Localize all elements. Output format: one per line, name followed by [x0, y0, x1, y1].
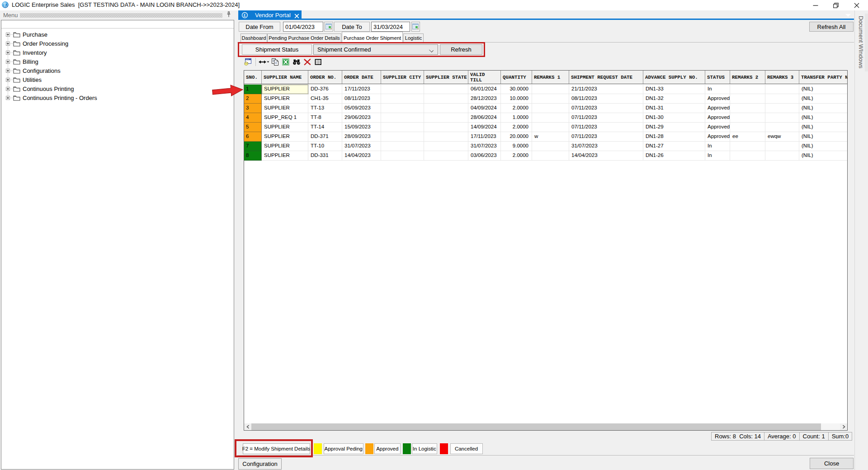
grid-cell[interactable]: (NIL) [799, 123, 848, 132]
configuration-tab[interactable]: Configuration [238, 458, 282, 470]
grid-cell[interactable]: DD-371 [308, 132, 342, 142]
date-to-calendar-button[interactable] [411, 22, 420, 32]
grid-cell[interactable]: 06/01/2024 [468, 85, 501, 94]
grid-cell[interactable] [424, 132, 468, 142]
grid-cell[interactable]: DN1-29 [643, 123, 705, 132]
grid-cell[interactable] [381, 151, 424, 161]
grid-cell[interactable] [730, 104, 765, 113]
tree-expand-icon[interactable] [6, 69, 10, 73]
grid-cell-sno[interactable]: 2 [244, 94, 262, 104]
grid-cell[interactable] [765, 142, 799, 151]
grid-cell[interactable]: 17/11/2023 [342, 85, 381, 94]
close-button[interactable]: Close [810, 458, 854, 469]
grid-cell[interactable]: 15/09/2023 [342, 123, 381, 132]
grid-cell[interactable] [424, 142, 468, 151]
grid-row[interactable]: 7SUPPLIERTT-1031/07/202331/07/20239.0000… [244, 142, 848, 151]
grid-cell-sno[interactable]: 5 [244, 123, 262, 132]
grid-column-header[interactable]: ADVANCE SUPPLY NO. [643, 71, 705, 84]
grid-column-header[interactable]: SUPPLIER NAME [262, 71, 308, 84]
grid-cell[interactable]: DN1-26 [643, 151, 705, 161]
grid-cell[interactable]: 17/11/2023 [468, 132, 501, 142]
tab-logistic[interactable]: Logistic [403, 33, 424, 43]
grid-cell[interactable]: SUPPLIER [262, 104, 308, 113]
tree-item-utilities[interactable]: Utilities [1, 76, 234, 85]
grid-cell[interactable] [765, 151, 799, 161]
grid-cell[interactable]: 2.0000 [501, 123, 532, 132]
grid-cell[interactable]: 2.0000 [501, 104, 532, 113]
grid-cell[interactable] [532, 142, 569, 151]
copy-icon[interactable] [271, 58, 279, 66]
grid-cell[interactable]: 9.0000 [501, 142, 532, 151]
grid-cell[interactable]: 08/11/2023 [342, 94, 381, 104]
grid-cell[interactable]: (NIL) [799, 85, 848, 94]
grid-cell[interactable]: DN1-31 [643, 104, 705, 113]
grid-row[interactable]: 2SUPPLIERCH1-3508/11/202328/12/202310.00… [244, 94, 848, 104]
grid-cell[interactable]: DD-376 [308, 85, 342, 94]
grid-cell[interactable]: 28/06/2024 [468, 113, 501, 123]
grid-cell[interactable]: 14/04/2023 [342, 151, 381, 161]
document-windows-label[interactable]: Document WIndows [858, 16, 864, 68]
grid-cell[interactable]: Approved [705, 104, 730, 113]
tree-item-order-processing[interactable]: Order Processing [1, 39, 234, 48]
grid-cell[interactable]: 31/07/2023 [342, 142, 381, 151]
grid-cell[interactable]: Approved [705, 123, 730, 132]
scroll-right-icon[interactable] [840, 423, 847, 430]
grid-cell[interactable]: SUPPLIER [262, 142, 308, 151]
vendor-portal-tab-close-icon[interactable] [294, 12, 300, 18]
grid-cell[interactable]: (NIL) [799, 104, 848, 113]
grid-cell[interactable]: ewqw [765, 132, 799, 142]
grid-cell-sno[interactable]: 8 [244, 151, 262, 161]
grid-cell[interactable] [381, 123, 424, 132]
grid-cell[interactable]: 31/07/2023 [569, 142, 643, 151]
grid-cell[interactable]: CH1-35 [308, 94, 342, 104]
grid-cell[interactable]: 28/12/2023 [468, 94, 501, 104]
grid-cell[interactable] [381, 132, 424, 142]
grid-cell[interactable] [424, 151, 468, 161]
grid-cell[interactable] [532, 113, 569, 123]
grid-cell[interactable]: 03/06/2023 [468, 151, 501, 161]
fit-width-icon[interactable] [258, 58, 269, 66]
grid-cell[interactable] [532, 123, 569, 132]
grid-cell[interactable]: 2.0000 [501, 151, 532, 161]
date-from-input[interactable]: 01/04/2023 [283, 22, 323, 32]
grid-cell[interactable] [765, 113, 799, 123]
grid-cell[interactable] [381, 104, 424, 113]
grid-cell[interactable]: Approved [705, 94, 730, 104]
tree-expand-icon[interactable] [6, 78, 10, 82]
grid-cell[interactable]: SUPPLIER [262, 85, 308, 94]
grid-column-header[interactable]: REMARKS 1 [532, 71, 569, 84]
grid-cell[interactable]: DN1-27 [643, 142, 705, 151]
grid-cell[interactable]: In [705, 85, 730, 94]
grid-cell[interactable]: 10.0000 [501, 94, 532, 104]
pin-icon[interactable] [226, 11, 231, 19]
grid-column-header[interactable]: VALID TILL [468, 71, 501, 84]
tree-expand-icon[interactable] [6, 96, 10, 100]
grid-cell[interactable]: 07/11/2023 [569, 104, 643, 113]
menu-filter-box[interactable] [1, 20, 234, 28]
grid-cell[interactable]: (NIL) [799, 151, 848, 161]
delete-icon[interactable] [303, 58, 311, 66]
grid-row[interactable]: 4SUPP_REQ 1TT-829/06/202328/06/20241.000… [244, 113, 848, 123]
grid-cell-sno[interactable]: 4 [244, 113, 262, 123]
grid-cell[interactable] [765, 123, 799, 132]
grid-row[interactable]: 6SUPPLIERDD-37128/09/202317/11/202320.00… [244, 132, 848, 142]
scrollbar-thumb[interactable] [251, 423, 821, 430]
grid-row[interactable]: 3SUPPLIERTT-1305/09/202304/09/20242.0000… [244, 104, 848, 113]
grid-cell[interactable] [765, 94, 799, 104]
grid-cell[interactable]: DN1-28 [643, 132, 705, 142]
grid-cell[interactable]: 30.0000 [501, 85, 532, 94]
close-window-button[interactable] [849, 0, 864, 10]
tree-item-billing[interactable]: Billing [1, 57, 234, 66]
grid-cell[interactable] [381, 142, 424, 151]
tree-item-continuous-printing[interactable]: Continuous Printing [1, 85, 234, 94]
restore-button[interactable] [828, 0, 844, 10]
grid-column-header[interactable]: ORDER DATE [342, 71, 381, 84]
grid-cell[interactable]: 07/11/2023 [569, 113, 643, 123]
grid-cell[interactable] [424, 94, 468, 104]
grid-cell[interactable]: 28/09/2023 [342, 132, 381, 142]
grid-cell[interactable]: 21/11/2023 [569, 85, 643, 94]
find-icon[interactable] [292, 58, 301, 66]
grid-row[interactable]: 1SUPPLIERDD-37617/11/202306/01/202430.00… [244, 85, 848, 94]
doc-windows-dropdown-icon[interactable] [845, 14, 851, 17]
grid-cell[interactable] [730, 94, 765, 104]
